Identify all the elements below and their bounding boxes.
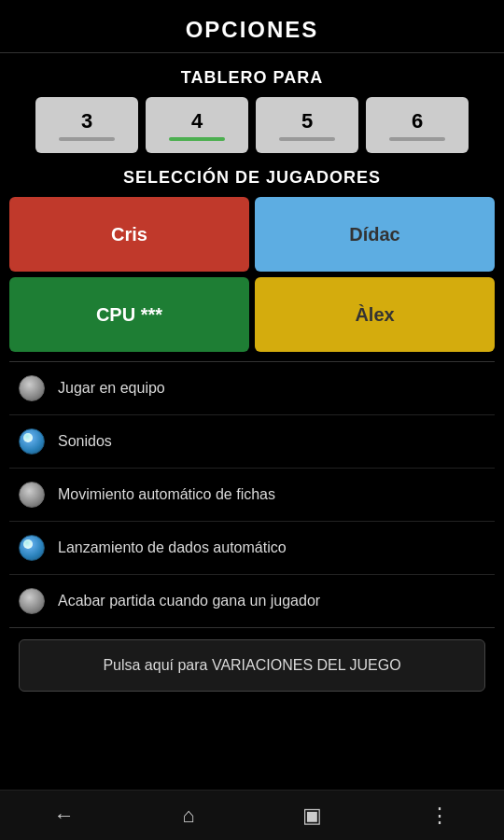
option-jugar-equipo[interactable]: Jugar en equipo xyxy=(9,362,495,415)
board-btn-5-underline xyxy=(279,137,335,141)
radio-lanzamiento[interactable] xyxy=(19,535,45,561)
board-btn-3-label: 3 xyxy=(81,109,92,133)
option-acabar[interactable]: Acabar partida cuando gana un jugador xyxy=(9,575,495,627)
option-lanzamiento-label: Lanzamiento de dados automático xyxy=(58,539,287,556)
board-btn-6-label: 6 xyxy=(412,109,423,133)
option-acabar-label: Acabar partida cuando gana un jugador xyxy=(58,593,320,609)
player-btn-alex[interactable]: Àlex xyxy=(255,277,495,352)
board-btn-6-underline xyxy=(389,137,445,141)
board-btn-3[interactable]: 3 xyxy=(35,97,138,153)
player-didac-label: Dídac xyxy=(349,224,399,245)
board-buttons: 3 4 5 6 xyxy=(9,97,495,153)
board-btn-4[interactable]: 4 xyxy=(146,97,248,153)
option-lanzamiento[interactable]: Lanzamiento de dados automático xyxy=(9,522,495,575)
radio-sonidos[interactable] xyxy=(19,428,45,455)
page-title: OPCIONES xyxy=(186,17,319,42)
board-btn-5-label: 5 xyxy=(301,109,313,133)
option-sonidos[interactable]: Sonidos xyxy=(9,415,495,469)
menu-icon[interactable]: ⋮ xyxy=(420,794,459,837)
player-btn-didac[interactable]: Dídac xyxy=(255,197,495,272)
option-jugar-equipo-label: Jugar en equipo xyxy=(58,380,165,397)
nav-bar: ← ⌂ ▣ ⋮ xyxy=(0,790,504,840)
radio-jugar-equipo[interactable] xyxy=(19,375,45,401)
options-list: Jugar en equipo Sonidos Movimiento autom… xyxy=(9,361,495,628)
board-section-label: TABLERO PARA xyxy=(9,68,495,88)
player-alex-label: Àlex xyxy=(355,304,394,326)
recent-icon[interactable]: ▣ xyxy=(293,794,331,837)
board-btn-6[interactable]: 6 xyxy=(366,97,469,153)
main-content: TABLERO PARA 3 4 5 6 SELECCIÓN DE JUGADO… xyxy=(0,53,504,790)
players-section-label: SELECCIÓN DE JUGADORES xyxy=(9,168,495,188)
player-cpu-label: CPU *** xyxy=(96,304,162,326)
radio-acabar[interactable] xyxy=(19,588,45,614)
bottom-btn-container: Pulsa aquí para VARIACIONES DEL JUEGO xyxy=(9,628,495,703)
players-grid: Cris Dídac CPU *** Àlex xyxy=(9,197,495,352)
option-movimiento-label: Movimiento automático de fichas xyxy=(58,486,275,503)
variations-button-label: Pulsa aquí para VARIACIONES DEL JUEGO xyxy=(103,657,400,673)
player-cris-label: Cris xyxy=(111,224,147,245)
board-btn-4-underline xyxy=(169,137,225,141)
back-icon[interactable]: ← xyxy=(45,794,84,837)
option-sonidos-label: Sonidos xyxy=(58,433,112,450)
player-btn-cris[interactable]: Cris xyxy=(9,197,249,272)
option-movimiento[interactable]: Movimiento automático de fichas xyxy=(9,469,495,522)
board-btn-5[interactable]: 5 xyxy=(256,97,358,153)
radio-movimiento[interactable] xyxy=(19,482,45,508)
header: OPCIONES xyxy=(0,0,504,53)
player-btn-cpu[interactable]: CPU *** xyxy=(9,277,249,352)
home-icon[interactable]: ⌂ xyxy=(173,794,203,837)
board-btn-4-label: 4 xyxy=(191,109,203,133)
board-btn-3-underline xyxy=(59,137,115,141)
variations-button[interactable]: Pulsa aquí para VARIACIONES DEL JUEGO xyxy=(19,639,485,692)
